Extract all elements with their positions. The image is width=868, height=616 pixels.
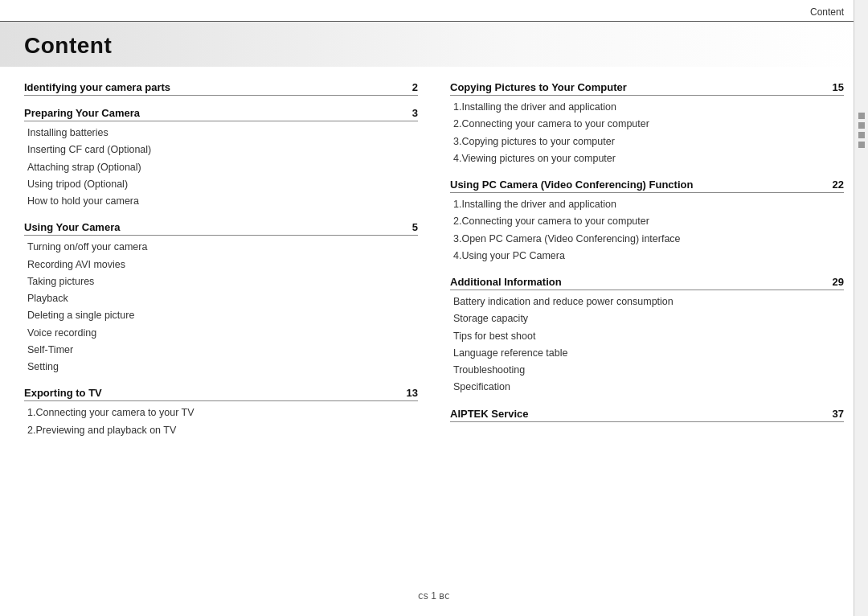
section-header-3: AIPTEK Service37 [450,408,844,422]
section-title-1: Preparing Your Camera [24,107,140,119]
list-item: Deleting a single picture [24,307,418,324]
section-header-2: Using Your Camera5 [24,221,418,236]
list-item: Voice recording [24,325,418,342]
list-item: 3.Open PC Camera (Video Conferencing) in… [450,231,844,248]
section-page-2: 29 [833,276,844,288]
list-item: 1.Installing the driver and application [450,196,844,213]
section-title-1: Using PC Camera (Video Conferencing) Fun… [450,179,693,191]
page-header: Content [0,0,868,22]
sub-items-0: 1.Installing the driver and application2… [450,99,844,167]
section-title-3: Exporting to TV [24,387,102,399]
list-item: Tips for best shoot [450,328,844,345]
section-page-2: 5 [412,221,418,233]
section-title-2: Additional Information [450,276,562,288]
list-item: 1.Installing the driver and application [450,99,844,116]
page-title: Content [24,33,844,59]
list-item: Storage capacity [450,310,844,327]
list-item: Taking pictures [24,273,418,290]
sub-items-3: 1.Connecting your camera to your TV2.Pre… [24,405,418,439]
section-header-2: Additional Information29 [450,276,844,290]
left-column: Identifying your camera parts2Preparing … [24,81,418,444]
list-item: Inserting CF card (Optional) [24,142,418,158]
sub-items-2: Turning on/off your cameraRecording AVI … [24,239,418,376]
list-item: 2.Connecting your camera to your compute… [450,213,844,230]
list-item: 4.Viewing pictures on your computer [450,150,844,167]
list-item: How to hold your camera [24,193,418,210]
list-item: Battery indication and reduce power cons… [450,294,844,310]
list-item: Setting [24,359,418,376]
list-item: 4.Using your PC Camera [450,248,844,265]
list-item: 3.Copying pictures to your computer [450,133,844,150]
footer-page-indicator: ᴄs 1 ʙᴄ [418,590,450,602]
list-item: Installing batteries [24,125,418,142]
section-header-0: Copying Pictures to Your Computer15 [450,81,844,96]
scrollbar-dots [858,113,865,148]
scrollbar[interactable] [854,0,868,616]
right-column: Copying Pictures to Your Computer151.Ins… [450,81,844,444]
list-item: Troubleshooting [450,362,844,379]
section-header-1: Using PC Camera (Video Conferencing) Fun… [450,179,844,193]
section-title-0: Copying Pictures to Your Computer [450,81,627,93]
sub-items-2: Battery indication and reduce power cons… [450,294,844,396]
section-title-0: Identifying your camera parts [24,81,170,93]
section-page-3: 37 [833,408,844,420]
header-label: Content [810,6,844,18]
list-item: Playback [24,290,418,307]
section-page-1: 22 [833,179,844,191]
list-item: 2.Previewing and playback on TV [24,422,418,439]
list-item: Recording AVI movies [24,257,418,273]
sub-items-1: 1.Installing the driver and application2… [450,196,844,265]
section-page-0: 15 [833,81,844,93]
sub-items-1: Installing batteriesInserting CF card (O… [24,125,418,210]
list-item: 2.Connecting your camera to your compute… [450,116,844,133]
section-page-1: 3 [412,107,418,119]
list-item: Attaching strap (Optional) [24,159,418,176]
title-section: Content [0,22,868,67]
list-item: Language reference table [450,345,844,362]
list-item: Using tripod (Optional) [24,176,418,193]
content-area: Identifying your camera parts2Preparing … [0,81,868,444]
list-item: Specification [450,379,844,396]
section-header-1: Preparing Your Camera3 [24,107,418,121]
section-title-2: Using Your Camera [24,221,120,233]
section-page-0: 2 [412,81,418,93]
section-header-3: Exporting to TV13 [24,387,418,401]
list-item: 1.Connecting your camera to your TV [24,405,418,421]
section-header-0: Identifying your camera parts2 [24,81,418,96]
list-item: Turning on/off your camera [24,239,418,256]
section-page-3: 13 [407,387,418,399]
list-item: Self-Timer [24,342,418,359]
section-title-3: AIPTEK Service [450,408,529,420]
